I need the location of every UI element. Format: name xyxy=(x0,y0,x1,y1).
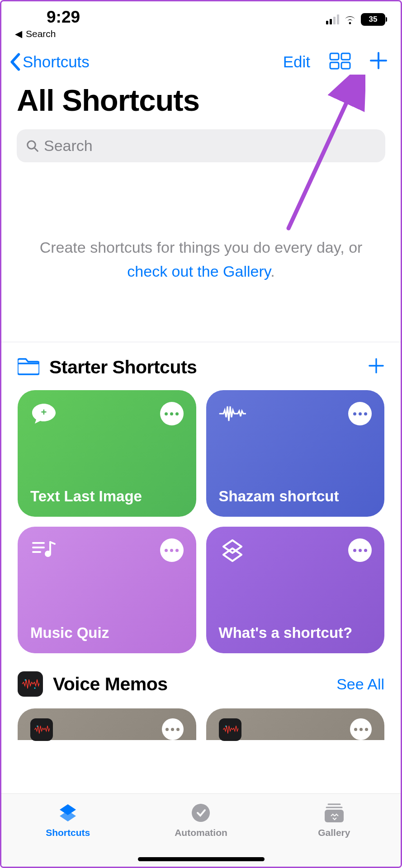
back-triangle-icon: ◀ xyxy=(15,28,22,39)
card-title: What's a shortcut? xyxy=(219,624,372,642)
shortcut-card-shazam[interactable]: Shazam shortcut xyxy=(206,390,385,517)
edit-button[interactable]: Edit xyxy=(283,53,310,71)
page-title: All Shortcuts xyxy=(1,77,401,123)
back-button[interactable]: Shortcuts xyxy=(9,53,90,71)
svg-point-17 xyxy=(37,726,38,727)
tab-gallery[interactable]: Gallery xyxy=(289,801,379,867)
nav-bar: Shortcuts Edit xyxy=(1,40,401,77)
automation-tab-icon xyxy=(189,802,212,824)
tab-bar: Shortcuts Automation Gallery xyxy=(1,793,401,867)
shortcut-card-text-last-image[interactable]: + Text Last Image xyxy=(18,390,196,517)
cellular-signal-icon xyxy=(326,14,339,24)
voice-memos-app-icon xyxy=(219,718,241,741)
chevron-left-icon xyxy=(9,53,20,71)
svg-line-7 xyxy=(34,147,38,151)
voice-memos-section: Voice Memos See All xyxy=(1,653,401,740)
svg-point-16 xyxy=(34,688,36,689)
home-indicator[interactable] xyxy=(138,857,265,861)
empty-state-message: Create shortcuts for things you do every… xyxy=(1,169,401,342)
svg-point-21 xyxy=(192,804,210,822)
svg-point-15 xyxy=(25,679,26,681)
status-right: 35 xyxy=(326,8,387,26)
gallery-tab-icon xyxy=(322,802,346,824)
status-time: 9:29 xyxy=(15,8,80,27)
shortcuts-tab-icon xyxy=(57,802,79,824)
waveform-icon xyxy=(219,402,246,425)
card-more-button[interactable] xyxy=(162,718,184,740)
see-all-button[interactable]: See All xyxy=(336,675,384,693)
svg-point-18 xyxy=(225,726,227,727)
starter-shortcuts-section: Starter Shortcuts + Text Last Image Shaz… xyxy=(1,342,401,653)
card-title: Music Quiz xyxy=(30,624,184,642)
card-more-button[interactable] xyxy=(350,718,372,740)
grid-view-icon[interactable] xyxy=(329,52,351,71)
svg-text:+: + xyxy=(41,406,47,418)
svg-rect-2 xyxy=(330,62,339,69)
section-add-button[interactable] xyxy=(368,356,384,378)
card-title: Shazam shortcut xyxy=(219,487,372,505)
shortcuts-app-icon xyxy=(219,538,246,562)
search-input[interactable]: Search xyxy=(17,129,385,162)
voice-memo-card[interactable] xyxy=(18,708,196,740)
card-more-button[interactable] xyxy=(160,538,184,562)
svg-point-14 xyxy=(45,551,51,557)
card-more-button[interactable] xyxy=(348,402,372,425)
status-bar: 9:29 ◀ Search 35 xyxy=(1,1,401,40)
svg-rect-1 xyxy=(341,53,350,60)
chat-plus-icon: + xyxy=(30,402,57,425)
card-more-button[interactable] xyxy=(348,538,372,562)
wifi-icon xyxy=(344,14,356,24)
search-icon xyxy=(26,139,39,153)
section-title: Voice Memos xyxy=(53,674,168,695)
voice-memos-app-icon xyxy=(30,718,53,741)
music-list-icon xyxy=(30,538,57,562)
add-shortcut-button[interactable] xyxy=(370,51,387,73)
svg-rect-3 xyxy=(341,62,350,69)
card-more-button[interactable] xyxy=(160,402,184,425)
shortcut-card-music-quiz[interactable]: Music Quiz xyxy=(18,527,196,653)
breadcrumb-back[interactable]: ◀ Search xyxy=(15,28,80,39)
battery-icon: 35 xyxy=(361,13,387,26)
svg-rect-0 xyxy=(330,53,339,60)
shortcut-card-whats-a-shortcut[interactable]: What's a shortcut? xyxy=(206,527,385,653)
folder-icon xyxy=(18,357,39,377)
voice-memos-app-icon xyxy=(18,671,43,697)
voice-memo-card[interactable] xyxy=(206,708,385,740)
card-title: Text Last Image xyxy=(30,487,184,505)
gallery-link[interactable]: check out the Gallery xyxy=(127,263,270,280)
tab-shortcuts[interactable]: Shortcuts xyxy=(23,801,113,867)
section-title: Starter Shortcuts xyxy=(49,357,197,378)
